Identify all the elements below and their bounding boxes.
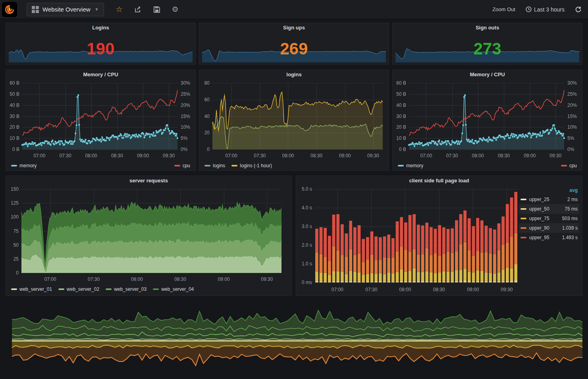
legend-item-memory[interactable]: memory (11, 163, 37, 168)
panel-title[interactable]: Memory / CPU (6, 70, 196, 79)
legend-label: web_server_04 (161, 286, 194, 292)
legend-swatch (58, 288, 64, 290)
share-icon (135, 6, 142, 13)
legend-label: web_server_02 (67, 286, 99, 292)
legend-label: cpu (183, 163, 190, 168)
save-button[interactable] (154, 6, 160, 13)
graph-legend: memorycpu (6, 160, 196, 171)
panel-title[interactable]: server requests (6, 176, 292, 185)
time-range-label: Last 3 hours (534, 6, 565, 13)
logins-graph[interactable] (199, 79, 389, 160)
legend-swatch (521, 218, 526, 219)
chevron-down-icon: ▼ (95, 7, 99, 12)
settings-button[interactable]: ⚙ (172, 5, 179, 14)
panel-title[interactable]: Sign outs (392, 23, 582, 32)
legend-label: web_server_01 (19, 286, 52, 292)
refresh-button[interactable] (575, 6, 582, 13)
legend-item-upper_25[interactable]: upper_252 ms (519, 195, 579, 204)
grafana-logo[interactable] (2, 2, 17, 17)
clock-icon (526, 6, 532, 12)
dashboard-selector[interactable]: Website Overview ▼ (27, 3, 104, 16)
legend-swatch (106, 288, 112, 290)
legend-label: upper_90 (529, 225, 562, 231)
legend-item-upper_75[interactable]: upper_75503 ms (519, 214, 579, 223)
legend-swatch (11, 288, 17, 290)
legend-swatch (398, 165, 404, 166)
legend-item-web-server-04[interactable]: web_server_04 (153, 286, 194, 292)
memory-cpu-graph[interactable] (392, 79, 582, 160)
panel-title[interactable]: Memory / CPU (392, 70, 582, 79)
panel-logins-stat: Logins 190 (6, 23, 196, 65)
panel-bottom-stream (0, 300, 588, 379)
legend-item-cpu[interactable]: cpu (174, 163, 190, 168)
legend-avg-value: 1.039 s (562, 225, 578, 231)
legend-label: cpu (569, 163, 577, 168)
panel-title[interactable]: Sign ups (199, 23, 389, 32)
bottom-stream-graph[interactable] (0, 300, 588, 379)
legend-table: avgupper_252 msupper_5075 msupper_75503 … (519, 186, 579, 242)
legend-swatch (174, 165, 180, 166)
legend-label: web_server_03 (114, 286, 147, 292)
memory-cpu-graph[interactable] (6, 79, 196, 160)
legend-swatch (153, 288, 159, 290)
legend-item-logins[interactable]: logins (204, 163, 225, 168)
legend-label: upper_50 (529, 206, 565, 212)
star-button[interactable]: ☆ (116, 5, 123, 14)
legend-avg-value: 2 ms (567, 197, 578, 202)
legend-label: logins (-1 hour) (240, 163, 272, 168)
panel-title[interactable]: client side full page load (296, 176, 582, 185)
grafana-flame-icon (4, 4, 15, 15)
legend-avg-value: 1.493 s (562, 235, 578, 240)
stat-value: 273 (392, 36, 582, 62)
legend-label: upper_95 (529, 235, 562, 240)
legend-swatch (521, 208, 526, 210)
legend-swatch (204, 165, 210, 166)
legend-item-logins-1-hour-[interactable]: logins (-1 hour) (231, 163, 272, 168)
legend-avg-value: 75 ms (565, 206, 578, 212)
top-navbar: Website Overview ▼ ☆ ⚙ Zoom Out Last 3 h… (0, 0, 588, 19)
legend-swatch (521, 199, 526, 200)
legend-label: logins (213, 163, 225, 168)
legend-item-upper_90[interactable]: upper_901.039 s (519, 223, 579, 233)
legend-item-web-server-02[interactable]: web_server_02 (58, 286, 99, 292)
legend-avg-header[interactable]: avg (519, 186, 579, 195)
graph-legend: web_server_01web_server_02web_server_03w… (6, 284, 292, 294)
save-icon (154, 6, 160, 13)
panel-client-page-load: client side full page load avgupper_252 … (296, 176, 582, 296)
legend-label: upper_75 (529, 216, 562, 221)
legend-item-upper_95[interactable]: upper_951.493 s (519, 233, 579, 242)
legend-avg-value: 503 ms (562, 216, 578, 221)
gear-icon: ⚙ (172, 5, 179, 14)
legend-item-web-server-01[interactable]: web_server_01 (11, 286, 52, 292)
graph-legend: memorycpu (392, 160, 582, 171)
legend-swatch (231, 165, 237, 166)
panel-signups-stat: Sign ups 269 (199, 23, 389, 65)
dashboard-title: Website Overview (42, 6, 91, 13)
legend-label: memory (406, 163, 423, 168)
refresh-icon (575, 6, 582, 13)
legend-item-upper_50[interactable]: upper_5075 ms (519, 204, 579, 214)
legend-item-web-server-03[interactable]: web_server_03 (106, 286, 147, 292)
legend-item-memory[interactable]: memory (398, 163, 423, 168)
legend-swatch (561, 165, 567, 166)
panel-logins-graph: logins loginslogins (-1 hour) (199, 70, 389, 171)
navbar-right-controls: Zoom Out Last 3 hours (492, 6, 582, 13)
legend-swatch (521, 237, 526, 238)
stat-value: 190 (6, 36, 196, 62)
star-icon: ☆ (116, 5, 123, 14)
stat-value: 269 (199, 36, 389, 62)
graph-legend: loginslogins (-1 hour) (199, 160, 389, 171)
time-range-picker[interactable]: Last 3 hours (526, 6, 565, 13)
panel-signouts-stat: Sign outs 273 (392, 23, 582, 65)
panel-title[interactable]: Logins (6, 23, 196, 32)
legend-label: memory (19, 163, 37, 168)
server-requests-graph[interactable] (6, 185, 292, 284)
panel-memory-cpu-left: Memory / CPU memorycpu (6, 70, 196, 171)
panel-server-requests: server requests web_server_01web_server_… (6, 176, 292, 296)
legend-swatch (521, 227, 526, 229)
legend-item-cpu[interactable]: cpu (561, 163, 577, 168)
zoom-out-button[interactable]: Zoom Out (492, 6, 515, 12)
panel-memory-cpu-right: Memory / CPU memorycpu (392, 70, 582, 171)
panel-title[interactable]: logins (199, 70, 389, 79)
share-button[interactable] (135, 6, 142, 13)
